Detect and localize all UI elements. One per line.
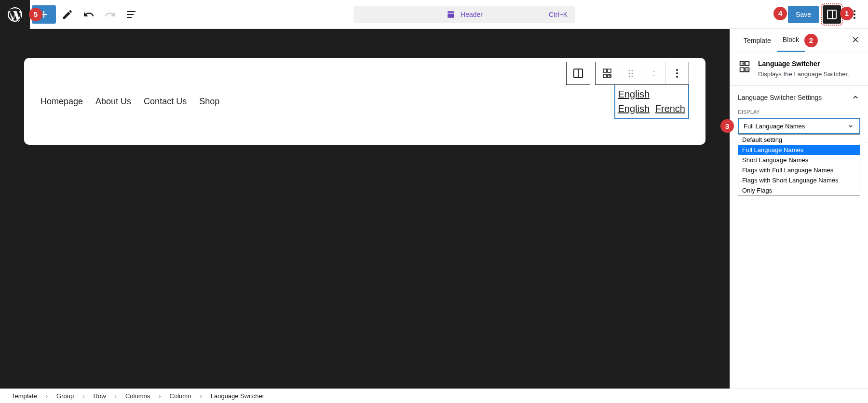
nav-link[interactable]: Contact Us (144, 97, 187, 107)
panel-body: DISPLAY 3 Full Language Names Default se… (730, 109, 868, 142)
close-sidebar-button[interactable] (851, 35, 860, 46)
panel-title: Language Switcher Settings (738, 94, 822, 101)
lang-option[interactable]: English (618, 87, 650, 101)
settings-sidebar: Template Block 2 文A Language Switcher Di… (730, 29, 868, 389)
svg-point-10 (631, 73, 633, 74)
dropdown-option[interactable]: Flags with Short Language Names (738, 175, 860, 185)
block-toolbar (566, 62, 689, 85)
block-more-options[interactable] (665, 62, 689, 85)
editor-canvas-wrap: Homepage About Us Contact Us Shop (0, 29, 730, 389)
breadcrumb: Template › Group › Row › Columns › Colum… (0, 389, 868, 403)
svg-point-8 (631, 70, 633, 71)
tools-button[interactable] (58, 5, 77, 24)
dropdown-option[interactable]: Default setting (738, 135, 860, 145)
breadcrumb-separator: › (200, 392, 202, 400)
breadcrumb-item[interactable]: Columns (125, 392, 150, 400)
wordpress-logo[interactable] (0, 0, 30, 29)
breadcrumb-separator: › (82, 392, 84, 400)
chevron-down-icon (847, 122, 854, 130)
callout-5: 5 (29, 8, 42, 21)
svg-point-7 (628, 70, 630, 71)
shortcut-hint: Ctrl+K (549, 11, 568, 18)
svg-text:A: A (746, 68, 749, 71)
nav-link[interactable]: Shop (199, 97, 219, 107)
breadcrumb-item[interactable]: Row (94, 392, 106, 400)
lang-option[interactable]: French (655, 103, 685, 114)
dropdown-option[interactable]: Only Flags (738, 185, 860, 195)
block-drag-handle[interactable] (619, 62, 642, 85)
svg-point-4 (854, 17, 855, 19)
document-title: Header (461, 11, 483, 18)
select-value: Full Language Names (744, 123, 805, 130)
svg-point-13 (676, 69, 678, 71)
breadcrumb-separator: › (159, 392, 161, 400)
dropdown-option[interactable]: Short Language Names (738, 155, 860, 165)
callout-4: 4 (773, 7, 787, 20)
breadcrumb-item[interactable]: Column (170, 392, 191, 400)
document-title-bar[interactable]: Header Ctrl+K (353, 6, 575, 23)
callout-2: 2 (804, 34, 818, 47)
svg-point-15 (676, 76, 678, 78)
block-summary: 文A Language Switcher Displays the Langua… (730, 52, 868, 86)
svg-point-9 (628, 73, 630, 74)
save-button[interactable]: Save (788, 6, 819, 23)
breadcrumb-item[interactable]: Template (12, 392, 37, 400)
sidebar-tabs: Template Block 2 (730, 29, 868, 52)
block-icon-button[interactable] (596, 62, 619, 85)
block-name: Language Switcher (758, 60, 849, 68)
svg-point-11 (628, 76, 630, 77)
header-template-canvas[interactable]: Homepage About Us Contact Us Shop (24, 58, 705, 145)
header-icon (446, 10, 456, 19)
svg-text:文: 文 (741, 62, 745, 66)
main-area: Homepage About Us Contact Us Shop (0, 29, 868, 389)
lang-option[interactable]: English (618, 103, 650, 114)
display-field-label: DISPLAY (738, 109, 860, 115)
nav-link[interactable]: About Us (95, 97, 131, 107)
callout-3: 3 (720, 119, 734, 133)
document-overview-button[interactable] (122, 5, 141, 24)
breadcrumb-item[interactable]: Language Switcher (211, 392, 264, 400)
chevron-up-icon (851, 93, 860, 102)
add-block-button[interactable]: 5 (32, 5, 56, 24)
settings-button[interactable] (823, 5, 841, 24)
block-parent-button[interactable] (567, 62, 590, 85)
display-dropdown: Default setting Full Language Names Shor… (738, 134, 860, 196)
nav-link[interactable]: Homepage (41, 97, 83, 107)
block-description: Displays the Language Switcher. (758, 70, 849, 78)
svg-point-12 (631, 76, 633, 77)
svg-point-2 (854, 10, 855, 12)
navigation-links: Homepage About Us Contact Us Shop (41, 97, 219, 107)
breadcrumb-item[interactable]: Group (56, 392, 74, 400)
breadcrumb-separator: › (115, 392, 117, 400)
language-switcher-icon: 文A (738, 60, 751, 73)
undo-button[interactable] (79, 5, 98, 24)
redo-button[interactable] (100, 5, 120, 24)
block-move-buttons[interactable] (642, 62, 665, 85)
language-switcher-block[interactable]: English English French (614, 84, 689, 119)
tab-block[interactable]: Block (777, 29, 805, 52)
dropdown-option[interactable]: Full Language Names (738, 145, 860, 155)
dropdown-option[interactable]: Flags with Full Language Names (738, 165, 860, 175)
panel-toggle[interactable]: Language Switcher Settings (730, 86, 868, 109)
callout-1: 1 (840, 7, 854, 20)
top-toolbar: 5 Header Ctrl+K 4 Sav (0, 0, 868, 29)
svg-point-14 (676, 72, 678, 74)
breadcrumb-separator: › (46, 392, 48, 400)
tab-template[interactable]: Template (738, 29, 777, 52)
display-select[interactable]: Full Language Names (738, 118, 860, 134)
svg-point-3 (854, 14, 855, 15)
